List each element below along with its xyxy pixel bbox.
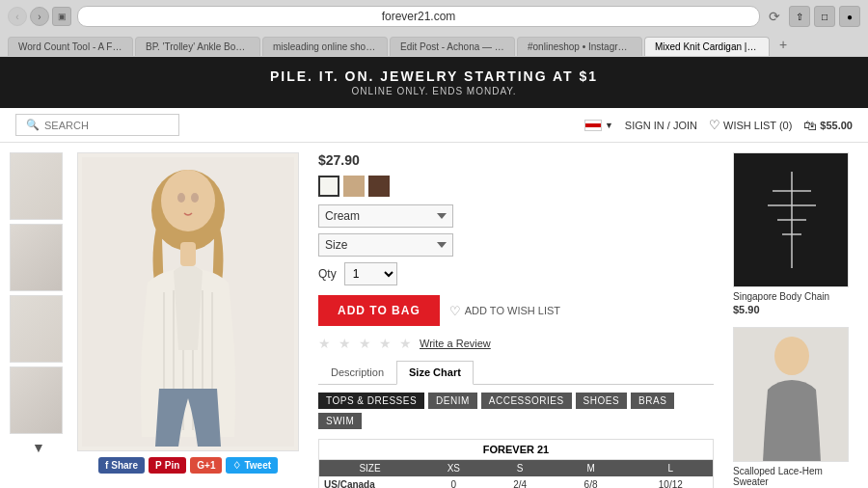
browser-tabs: Word Count Tool - A Free Word... BP. 'Tr… bbox=[0, 33, 868, 56]
search-input[interactable] bbox=[44, 120, 160, 131]
qty-label: Qty bbox=[318, 267, 337, 281]
tab-bp-bootie[interactable]: BP. 'Trolley' Ankle Bootie (Wom... bbox=[135, 37, 260, 56]
bookmark-button[interactable]: □ bbox=[814, 6, 835, 27]
color-select-row: Cream Tan Brown bbox=[318, 204, 714, 228]
size-table-body: US/Canada02/46/810/12UK46/810/1214/16EU3… bbox=[319, 476, 713, 488]
category-bras[interactable]: BRAS bbox=[631, 393, 674, 409]
color-swatch-tan[interactable] bbox=[343, 176, 365, 197]
tab-forever21[interactable]: Mixed Knit Cardigan | Forever 2... bbox=[644, 37, 770, 56]
product-svg-1 bbox=[734, 327, 848, 462]
reload-button[interactable]: ⟳ bbox=[766, 8, 783, 25]
write-review-link[interactable]: Write a Review bbox=[420, 338, 491, 349]
facebook-share-button[interactable]: f Share bbox=[98, 457, 145, 474]
related-product-price-0: $5.90 bbox=[733, 304, 858, 315]
col-xs: XS bbox=[420, 460, 487, 476]
svg-rect-9 bbox=[180, 242, 196, 266]
color-swatch-white[interactable] bbox=[318, 176, 339, 197]
tab-edit-post[interactable]: Edit Post - Achona — WordPress bbox=[390, 37, 515, 56]
related-product-name-1: Scalloped Lace-Hem Sweater bbox=[733, 466, 858, 487]
star-4: ★ bbox=[379, 336, 392, 351]
tab-description[interactable]: Description bbox=[318, 361, 396, 384]
tab-misleading[interactable]: misleading online shopping - Tw... bbox=[262, 37, 388, 56]
thumbnail-image-2 bbox=[11, 225, 62, 290]
thumbnail-image-1 bbox=[11, 153, 62, 219]
search-icon: 🔍 bbox=[26, 119, 40, 131]
bag-icon: 🛍 bbox=[803, 118, 817, 133]
social-buttons: f Share P Pin G+1 ♢ Tweet bbox=[98, 457, 278, 474]
twitter-tweet-button[interactable]: ♢ Tweet bbox=[226, 457, 278, 474]
browser-action-buttons: ⇧ □ ● bbox=[789, 6, 860, 27]
wish-list-link[interactable]: ♡ WISH LIST (0) bbox=[709, 118, 792, 132]
related-product-0[interactable]: Singapore Body Chain$5.90 bbox=[733, 152, 858, 315]
category-buttons: TOPS & DRESSES DENIM ACCESSORIES SHOES B… bbox=[318, 393, 714, 429]
forward-button[interactable]: › bbox=[30, 7, 49, 26]
category-swim[interactable]: SWIM bbox=[318, 413, 362, 429]
wish-list-heart-icon: ♡ bbox=[449, 304, 461, 318]
tab-size-chart[interactable]: Size Chart bbox=[396, 361, 474, 385]
wish-list-label: WISH LIST (0) bbox=[723, 120, 792, 131]
site-header: 🔍 ▼ SIGN IN / JOIN ♡ WISH LIST (0) 🛍 $55… bbox=[0, 108, 868, 143]
main-image-section: f Share P Pin G+1 ♢ Tweet bbox=[77, 152, 299, 488]
add-to-wish-list-link[interactable]: ♡ ADD TO WISH LIST bbox=[449, 304, 560, 318]
thumbnail-scroll-down[interactable]: ▼ bbox=[10, 438, 68, 457]
svg-point-10 bbox=[177, 193, 185, 203]
pinterest-pin-button[interactable]: P Pin bbox=[149, 457, 186, 474]
search-box[interactable]: 🔍 bbox=[15, 114, 179, 136]
size-table-row: US/Canada02/46/810/12 bbox=[319, 476, 713, 488]
twitter-icon: ♢ bbox=[232, 460, 241, 471]
svg-point-2 bbox=[161, 170, 215, 231]
size-table: SIZE XS S M L US/Canada02/46/810/12UK46/… bbox=[319, 460, 713, 488]
category-tops-dresses[interactable]: TOPS & DRESSES bbox=[318, 393, 424, 409]
product-svg-0 bbox=[734, 152, 848, 287]
size-cell-0-2: 2/4 bbox=[487, 476, 554, 488]
bag-area[interactable]: 🛍 $55.00 bbox=[803, 118, 853, 133]
back-button[interactable]: ‹ bbox=[8, 7, 27, 26]
flag-dropdown-icon[interactable]: ▼ bbox=[605, 121, 613, 130]
qty-select[interactable]: 1 2 3 bbox=[344, 262, 397, 285]
related-products: Singapore Body Chain$5.90Scalloped Lace-… bbox=[733, 152, 858, 488]
thumbnail-1[interactable] bbox=[10, 152, 63, 220]
color-swatch-brown[interactable] bbox=[368, 176, 390, 197]
address-bar[interactable]: forever21.com bbox=[77, 6, 760, 27]
category-shoes[interactable]: SHOES bbox=[576, 393, 628, 409]
sign-in-link[interactable]: SIGN IN / JOIN bbox=[625, 120, 697, 131]
banner-subtitle: ONLINE ONLY. ENDS MONDAY. bbox=[12, 86, 856, 96]
thumbnail-image-4 bbox=[11, 367, 62, 433]
qty-row: Qty 1 2 3 bbox=[318, 262, 714, 285]
category-accessories[interactable]: ACCESSORIES bbox=[481, 393, 572, 409]
pinterest-icon: P bbox=[155, 460, 162, 471]
profile-button[interactable]: ● bbox=[839, 6, 860, 27]
add-to-bag-button[interactable]: ADD TO BAG bbox=[318, 295, 440, 326]
related-product-1[interactable]: Scalloped Lace-Hem Sweater$19.90 bbox=[733, 327, 858, 488]
gplus-label: G+1 bbox=[197, 460, 215, 471]
new-tab-button[interactable]: + bbox=[772, 33, 795, 56]
right-sidebar: Singapore Body Chain$5.90Scalloped Lace-… bbox=[733, 152, 858, 488]
add-to-bag-row: ADD TO BAG ♡ ADD TO WISH LIST bbox=[318, 295, 714, 326]
google-plus-button[interactable]: G+1 bbox=[190, 457, 222, 474]
size-cell-0-3: 6/8 bbox=[554, 476, 629, 488]
size-table-header-row: SIZE XS S M L bbox=[319, 460, 713, 476]
col-size: SIZE bbox=[319, 460, 420, 476]
detail-tabs: Description Size Chart bbox=[318, 361, 714, 385]
tab-word-count[interactable]: Word Count Tool - A Free Word... bbox=[8, 37, 133, 56]
tab-instagram[interactable]: #onlineshop • Instagram photo... bbox=[517, 37, 642, 56]
size-select[interactable]: Size XS S M L bbox=[318, 233, 453, 257]
main-content: ▼ bbox=[0, 143, 868, 488]
size-cell-0-1: 0 bbox=[420, 476, 487, 488]
pin-label: Pin bbox=[165, 460, 180, 471]
bag-amount: $55.00 bbox=[820, 120, 853, 131]
thumbnail-4[interactable] bbox=[10, 366, 63, 434]
category-denim[interactable]: DENIM bbox=[428, 393, 477, 409]
nav-buttons: ‹ › ▣ bbox=[8, 7, 71, 26]
star-5: ★ bbox=[399, 336, 412, 351]
share-browser-button[interactable]: ⇧ bbox=[789, 6, 810, 27]
tweet-label: Tweet bbox=[244, 460, 271, 471]
show-all-tabs-button[interactable]: ▣ bbox=[52, 7, 71, 26]
header-right: ▼ SIGN IN / JOIN ♡ WISH LIST (0) 🛍 $55.0… bbox=[584, 118, 853, 133]
col-m: M bbox=[554, 460, 629, 476]
color-select[interactable]: Cream Tan Brown bbox=[318, 204, 453, 228]
thumbnail-3[interactable] bbox=[10, 295, 63, 363]
color-swatches bbox=[318, 176, 714, 197]
wish-list-label: ADD TO WISH LIST bbox=[465, 305, 560, 316]
thumbnail-2[interactable] bbox=[10, 224, 63, 291]
